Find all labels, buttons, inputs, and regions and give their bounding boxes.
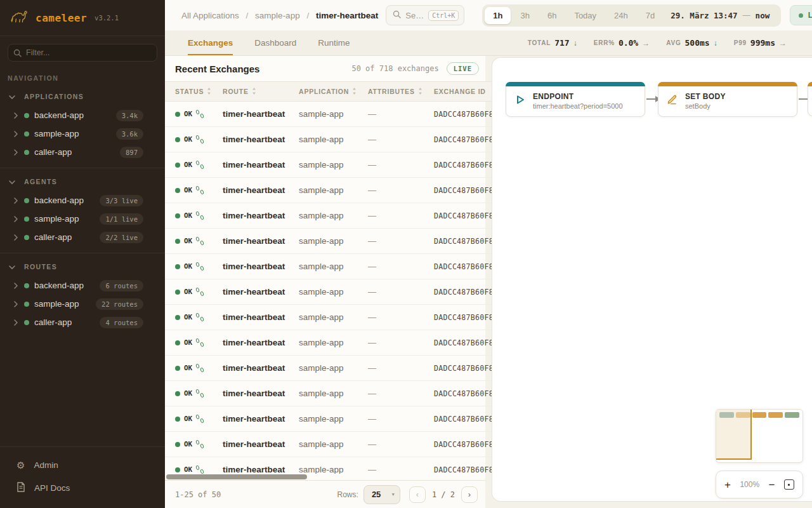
sidebar-item-applications-caller-app[interactable]: caller-app 897 — [0, 143, 165, 161]
rows-per-page-label: Rows: — [337, 490, 358, 499]
trend-flat-icon: → — [642, 39, 650, 48]
breadcrumb-separator: / — [306, 11, 309, 20]
column-header-attributes[interactable]: ATTRIBUTES — [368, 88, 434, 96]
time-range-6h[interactable]: 6h — [539, 7, 565, 24]
status-text: OK — [184, 186, 192, 194]
live-toggle-label: LIVE — [808, 11, 812, 20]
column-header-status[interactable]: STATUS — [175, 88, 223, 96]
section-agents[interactable]: AGENTS — [0, 170, 165, 191]
node-color-bar — [506, 82, 645, 86]
chevron-right-icon — [14, 232, 18, 243]
hops-icon — [196, 415, 204, 423]
status-ok-dot — [175, 417, 180, 422]
status-dot — [24, 217, 29, 222]
sort-icon[interactable] — [418, 88, 422, 96]
flow-node-set-body[interactable]: SET BODY setBody — [658, 82, 797, 117]
status-dot — [24, 235, 29, 240]
application-cell: sample-app — [299, 439, 368, 449]
filter-input[interactable] — [8, 44, 157, 62]
hops-icon — [196, 237, 204, 245]
minimap-viewport[interactable] — [716, 409, 752, 460]
time-range-1h[interactable]: 1h — [485, 7, 511, 24]
time-range-today[interactable]: Today — [566, 7, 605, 24]
prev-page-button[interactable]: ‹ — [409, 486, 426, 503]
breadcrumb-app[interactable]: sample-app — [255, 11, 300, 20]
time-range-24h[interactable]: 24h — [606, 7, 636, 24]
status-ok-dot — [175, 290, 180, 295]
node-color-bar — [808, 82, 812, 86]
hops-icon — [196, 288, 204, 296]
hops-icon — [196, 364, 204, 372]
status-text: OK — [184, 211, 192, 220]
node-color-bar — [658, 82, 797, 86]
tab-dashboard[interactable]: Dashboard — [254, 30, 296, 55]
node-subtitle: setBody — [685, 102, 726, 110]
status-text: OK — [184, 135, 192, 144]
sidebar-item-agents-caller-app[interactable]: caller-app 2/2 live — [0, 228, 165, 246]
rows-per-page-select[interactable]: 25 ▾ — [363, 485, 400, 504]
sidebar-item-routes-caller-app[interactable]: caller-app 4 routes — [0, 313, 165, 331]
sidebar-item-admin[interactable]: ⚙ Admin — [0, 453, 165, 476]
chevron-right-icon — [14, 298, 18, 310]
application-cell: sample-app — [299, 389, 368, 398]
app-version: v3.2.1 — [95, 14, 119, 22]
flow-node-cropped[interactable] — [808, 82, 812, 116]
time-range-3h[interactable]: 3h — [512, 7, 537, 24]
breadcrumb: All Applications / sample-app / timer-he… — [181, 11, 378, 20]
zoom-out-button[interactable]: − — [769, 479, 775, 490]
zoom-in-button[interactable]: + — [724, 479, 731, 490]
attributes-cell: — — [368, 465, 434, 474]
hops-icon — [196, 440, 204, 448]
stat-total: TOTAL 717 ↓ — [528, 38, 577, 48]
attributes-cell: — — [368, 135, 434, 144]
sort-icon[interactable] — [252, 88, 256, 96]
time-range-7d[interactable]: 7d — [638, 7, 663, 24]
play-icon — [514, 93, 527, 109]
sidebar: cameleer v3.2.1 NAVIGATION APPLICATIONS … — [0, 0, 165, 508]
application-cell: sample-app — [299, 135, 368, 144]
hops-icon — [196, 262, 204, 271]
flow-minimap[interactable] — [716, 409, 803, 463]
attributes-cell: — — [368, 185, 434, 195]
routes-badge: 6 routes — [100, 280, 143, 291]
sort-icon[interactable] — [352, 88, 357, 96]
flow-node-endpoint[interactable]: ENDPOINT timer:heartbeat?period=5000 — [506, 82, 645, 117]
sidebar-item-label: sample-app — [34, 214, 100, 224]
attributes-cell: — — [368, 439, 434, 449]
route-flow-canvas[interactable]: ENDPOINT timer:heartbeat?period=5000 SET… — [492, 57, 812, 502]
breadcrumb-root[interactable]: All Applications — [181, 11, 239, 20]
fit-view-button[interactable] — [784, 479, 794, 490]
stat-avg-latency: AVG 500ms ↓ — [666, 38, 717, 48]
tab-exchanges[interactable]: Exchanges — [188, 30, 233, 55]
divider — [0, 168, 165, 168]
global-search-button[interactable]: Se… Ctrl+K — [386, 5, 464, 25]
hops-icon — [196, 135, 204, 144]
status-ok-dot — [175, 137, 180, 142]
horizontal-scrollbar — [165, 474, 485, 480]
next-page-button[interactable]: › — [461, 486, 478, 503]
sidebar-item-agents-sample-app[interactable]: sample-app 1/1 live — [0, 210, 165, 228]
sort-icon[interactable] — [207, 88, 211, 96]
sidebar-item-applications-sample-app[interactable]: sample-app 3.6k — [0, 124, 165, 143]
tab-runtime[interactable]: Runtime — [318, 30, 350, 55]
attributes-cell: — — [368, 262, 434, 271]
date-range-separator: — — [743, 11, 750, 20]
section-routes[interactable]: ROUTES — [0, 255, 165, 276]
sidebar-item-agents-backend-app[interactable]: backend-app 3/3 live — [0, 191, 165, 210]
live-toggle-button[interactable]: LIVE — [790, 5, 812, 25]
column-header-route[interactable]: ROUTE — [223, 88, 299, 96]
date-range-display[interactable]: 29. März 13:47 — now — [664, 11, 778, 20]
column-header-application[interactable]: APPLICATION — [299, 88, 368, 96]
attributes-cell: — — [368, 338, 434, 347]
sidebar-item-applications-backend-app[interactable]: backend-app 3.4k — [0, 106, 165, 124]
sidebar-item-routes-sample-app[interactable]: sample-app 22 routes — [0, 295, 165, 313]
status-ok-dot — [175, 163, 180, 168]
shortcut-badge: Ctrl+K — [428, 10, 459, 21]
trend-down-icon: ↓ — [573, 39, 577, 48]
sidebar-item-api-docs[interactable]: API Docs — [0, 476, 165, 499]
hops-icon — [196, 338, 204, 347]
scrollbar-thumb[interactable] — [166, 474, 307, 479]
sidebar-item-routes-backend-app[interactable]: backend-app 6 routes — [0, 276, 165, 295]
section-applications[interactable]: APPLICATIONS — [0, 84, 165, 106]
hops-icon — [196, 211, 204, 220]
